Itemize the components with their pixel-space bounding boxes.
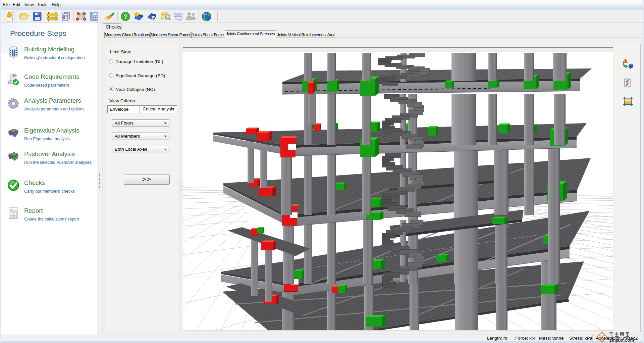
svg-text:?: ? — [124, 13, 127, 20]
svg-text:zmjaxf.com: zmjaxf.com — [609, 338, 634, 343]
